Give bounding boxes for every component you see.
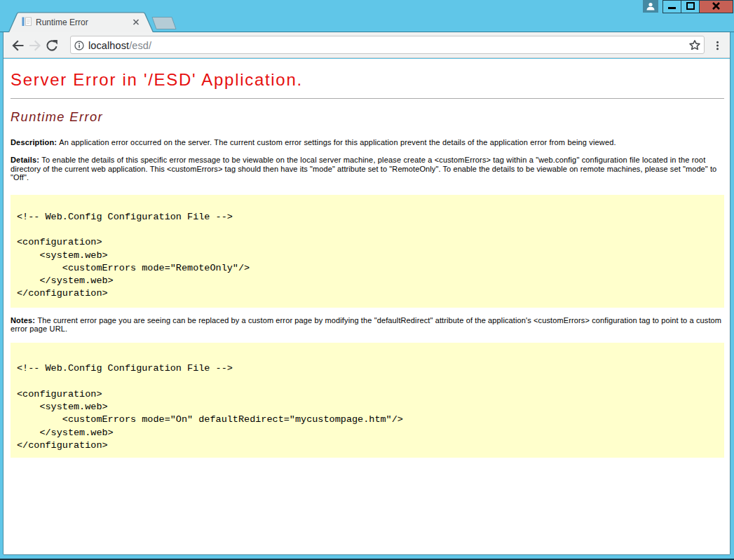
svg-text:Runtime Error: Runtime Error (36, 18, 88, 27)
